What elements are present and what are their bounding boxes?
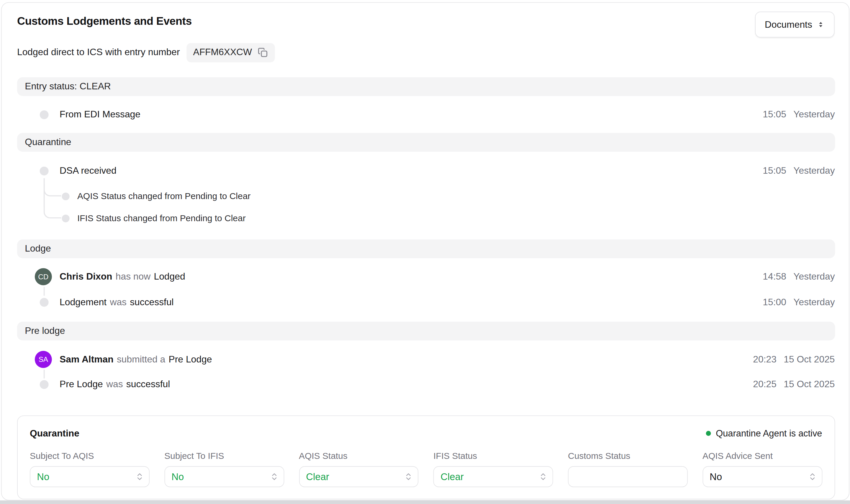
- field-ifis-status: IFIS Status Clear: [433, 451, 553, 487]
- field-aqis-advice-sent: AQIS Advice Sent No: [703, 451, 822, 487]
- event-row-edi: From EDI Message 15:05 Yesterday: [17, 105, 835, 124]
- section-bar-pre-lodge: Pre lodge: [17, 322, 835, 341]
- event-child-row-ifis: IFIS Status changed from Pending to Clea…: [17, 210, 835, 227]
- copy-icon: [257, 47, 268, 58]
- aqis-advice-sent-select[interactable]: No: [703, 466, 822, 487]
- section-label: Quarantine: [25, 137, 71, 148]
- event-result: successful: [126, 379, 170, 390]
- select-value: Clear: [441, 471, 463, 483]
- chevron-up-down-icon: [135, 472, 144, 481]
- sort-arrows-icon: [817, 20, 824, 29]
- event-connector-text: was: [110, 297, 127, 308]
- select-value: No: [37, 471, 49, 483]
- field-label: Subject To IFIS: [164, 451, 284, 461]
- ifis-status-select[interactable]: Clear: [433, 466, 553, 487]
- customs-status-input[interactable]: [568, 466, 687, 487]
- event-connector-text: has now: [116, 271, 150, 282]
- event-row-prelodge-submit: SA Sam Altman submitted a Pre Lodge 20:2…: [17, 350, 835, 369]
- timeline-dot-small: [62, 193, 70, 200]
- select-value: Clear: [306, 471, 329, 483]
- event-date: 15 Oct 2025: [784, 354, 835, 365]
- event-row-lodgement-result: Lodgement was successful 15:00 Yesterday: [17, 293, 835, 312]
- timeline-dot-small: [62, 215, 70, 222]
- event-result: successful: [130, 297, 174, 308]
- section-label: Entry status: CLEAR: [25, 81, 111, 92]
- event-date: 15 Oct 2025: [784, 379, 835, 390]
- select-value: No: [172, 471, 184, 483]
- event-title: DSA received: [59, 165, 117, 176]
- event-subject: Pre Lodge: [59, 379, 103, 390]
- page: Customs Lodgements and Events Documents …: [0, 0, 850, 504]
- quarantine-fields-grid: Subject To AQIS No Subject To IFIS No: [30, 451, 822, 487]
- field-customs-status: Customs Status: [568, 451, 687, 487]
- actor-name: Sam Altman: [59, 354, 113, 365]
- chevron-up-down-icon: [539, 472, 548, 481]
- copy-entry-number-button[interactable]: [257, 47, 268, 58]
- entry-number-badge: AFFM6XXCW: [187, 43, 275, 62]
- section-label: Pre lodge: [25, 326, 65, 337]
- chevron-up-down-icon: [270, 472, 279, 481]
- chevron-up-down-icon: [808, 472, 817, 481]
- field-label: AQIS Status: [299, 451, 418, 461]
- event-date: Yesterday: [793, 165, 835, 176]
- entry-number: AFFM6XXCW: [193, 47, 252, 58]
- field-label: Customs Status: [568, 451, 687, 461]
- child-event-text: AQIS Status changed from Pending to Clea…: [77, 188, 250, 205]
- subject-to-aqis-select[interactable]: No: [30, 466, 149, 487]
- event-time: 20:23: [753, 354, 777, 365]
- field-label: IFIS Status: [433, 451, 553, 461]
- timeline-dot: [40, 167, 49, 176]
- timeline-dot: [40, 298, 49, 307]
- quarantine-panel: Quarantine Quarantine Agent is active Su…: [17, 415, 835, 499]
- timeline-dot: [40, 380, 49, 389]
- event-child-row-aqis: AQIS Status changed from Pending to Clea…: [17, 188, 835, 205]
- aqis-status-select[interactable]: Clear: [299, 466, 418, 487]
- event-time: 15:00: [763, 297, 786, 308]
- event-date: Yesterday: [793, 109, 835, 120]
- section-bar-entry-status: Entry status: CLEAR: [17, 77, 835, 96]
- documents-button-label: Documents: [765, 19, 812, 30]
- avatar: SA: [35, 351, 52, 368]
- event-title: From EDI Message: [59, 109, 140, 120]
- quarantine-agent-status-text: Quarantine Agent is active: [716, 428, 822, 439]
- field-subject-to-ifis: Subject To IFIS No: [164, 451, 284, 487]
- select-value: No: [710, 471, 722, 483]
- child-event-text: IFIS Status changed from Pending to Clea…: [77, 210, 246, 227]
- section-label: Lodge: [25, 243, 51, 254]
- event-row-dsa: DSA received 15:05 Yesterday: [17, 162, 835, 180]
- avatar: CD: [35, 268, 52, 285]
- timeline-dot: [40, 110, 49, 119]
- page-background-strip: [0, 501, 850, 504]
- lodgement-subtitle: Lodged direct to ICS with entry number A…: [17, 42, 275, 62]
- event-time: 15:05: [763, 109, 786, 120]
- event-time: 15:05: [763, 165, 786, 176]
- active-status-dot-icon: [706, 431, 711, 436]
- event-connector-text: was: [106, 379, 123, 390]
- subject-to-ifis-select[interactable]: No: [164, 466, 284, 487]
- documents-button[interactable]: Documents: [755, 12, 834, 37]
- customs-lodgements-card: Customs Lodgements and Events Documents …: [1, 2, 849, 500]
- section-bar-quarantine: Quarantine: [17, 133, 835, 152]
- field-subject-to-aqis: Subject To AQIS No: [30, 451, 149, 487]
- field-label: Subject To AQIS: [30, 451, 149, 461]
- event-connector-text: submitted a: [117, 354, 165, 365]
- chevron-up-down-icon: [404, 472, 413, 481]
- event-row-prelodge-result: Pre Lodge was successful 20:25 15 Oct 20…: [17, 375, 835, 394]
- event-date: Yesterday: [793, 271, 835, 282]
- event-row-lodged: CD Chris Dixon has now Lodged 14:58 Yest…: [17, 268, 835, 286]
- actor-name: Chris Dixon: [59, 271, 112, 282]
- event-action: Pre Lodge: [169, 354, 212, 365]
- field-aqis-status: AQIS Status Clear: [299, 451, 418, 487]
- subtitle-text: Lodged direct to ICS with entry number: [17, 47, 180, 58]
- page-title: Customs Lodgements and Events: [17, 15, 192, 28]
- section-bar-lodge: Lodge: [17, 239, 835, 258]
- quarantine-agent-status: Quarantine Agent is active: [706, 428, 822, 439]
- event-date: Yesterday: [793, 297, 835, 308]
- field-label: AQIS Advice Sent: [703, 451, 822, 461]
- event-time: 14:58: [763, 271, 786, 282]
- event-subject: Lodgement: [59, 297, 107, 308]
- event-time: 20:25: [753, 379, 777, 390]
- event-action: Lodged: [154, 271, 185, 282]
- quarantine-panel-title: Quarantine: [30, 428, 79, 439]
